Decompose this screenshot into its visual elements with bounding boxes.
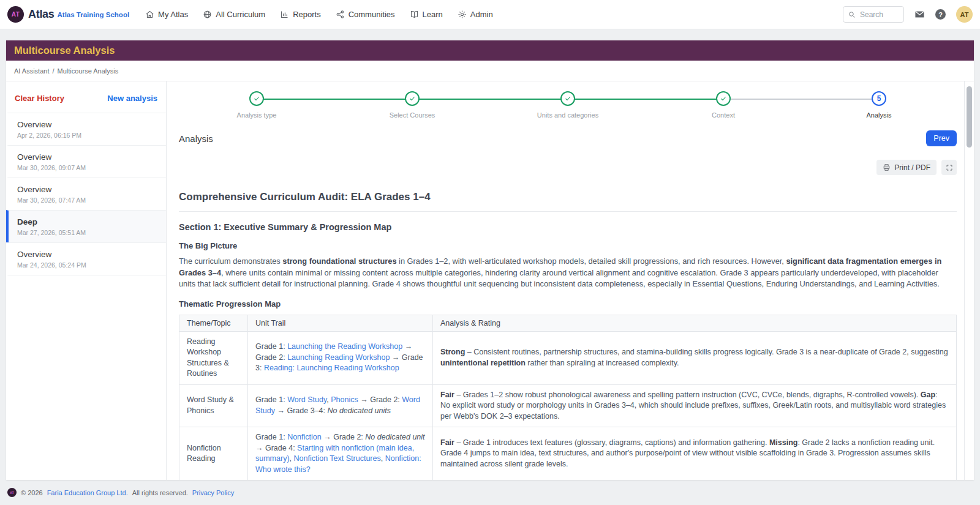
gear-icon bbox=[458, 10, 467, 19]
check-icon bbox=[249, 91, 264, 106]
clear-history-button[interactable]: Clear History bbox=[15, 94, 64, 103]
history-item-date: Mar 30, 2026, 07:47 AM bbox=[17, 196, 157, 204]
history-item-date: Mar 27, 2026, 05:51 AM bbox=[17, 229, 157, 236]
body-text: in Grades 1–2, with well-articulated wor… bbox=[397, 256, 786, 266]
history-item[interactable]: OverviewMar 30, 2026, 09:07 AM bbox=[6, 145, 166, 178]
nav-item-reports[interactable]: Reports bbox=[280, 10, 321, 19]
nav-item-label: Reports bbox=[293, 10, 321, 19]
copyright-text: © 2026 bbox=[21, 489, 43, 496]
nav-item-my-atlas[interactable]: My Atlas bbox=[145, 10, 188, 19]
nav-item-label: All Curriculum bbox=[216, 10, 265, 19]
breadcrumb-item[interactable]: AI Assistant bbox=[14, 67, 49, 75]
history-item-title: Overview bbox=[17, 249, 157, 260]
brand-name: Atlas bbox=[28, 8, 55, 21]
body-text: → Grade 2: bbox=[358, 395, 402, 404]
history-item[interactable]: OverviewMar 30, 2026, 07:47 AM bbox=[6, 178, 166, 210]
search-input[interactable] bbox=[860, 10, 899, 19]
history-item-date: Mar 30, 2026, 09:07 AM bbox=[17, 164, 157, 171]
prev-button[interactable]: Prev bbox=[926, 130, 957, 146]
nav-item-label: Communities bbox=[349, 10, 395, 19]
check-icon bbox=[405, 91, 420, 106]
unit-link[interactable]: Launching Reading Workshop bbox=[287, 353, 390, 362]
mail-icon[interactable] bbox=[914, 9, 925, 20]
unit-link[interactable]: Nonfiction Text Structures bbox=[294, 454, 381, 463]
unit-link[interactable]: Phonics bbox=[331, 395, 358, 404]
emphasis-text: Gap bbox=[921, 391, 935, 399]
scrollbar[interactable] bbox=[965, 81, 974, 480]
step-label: Analysis type bbox=[237, 111, 277, 119]
analysis-cell: Strong – Consistent routines, partnershi… bbox=[433, 331, 957, 384]
body-text: Grade 1: bbox=[255, 395, 287, 404]
unit-link[interactable]: Nonfiction bbox=[287, 433, 322, 441]
print-pdf-button[interactable]: Print / PDF bbox=[876, 160, 937, 175]
privacy-policy-link[interactable]: Privacy Policy bbox=[192, 489, 234, 496]
avatar[interactable]: AT bbox=[956, 6, 973, 23]
step-label: Units and categories bbox=[537, 111, 598, 119]
stepper-steps: Analysis typeSelect CoursesUnits and cat… bbox=[179, 91, 957, 119]
scrollbar-thumb[interactable] bbox=[967, 86, 972, 148]
unit-link[interactable]: Reading: Launching Reading Workshop bbox=[264, 364, 399, 372]
expand-icon bbox=[946, 164, 953, 171]
brand[interactable]: AT Atlas Atlas Training School bbox=[7, 6, 129, 23]
body-text: , bbox=[381, 454, 385, 463]
unit-link[interactable]: Word Study bbox=[287, 395, 326, 404]
emphasis-text: Fair bbox=[440, 438, 454, 447]
step-select-courses[interactable]: Select Courses bbox=[334, 91, 490, 119]
table-row: Nonfiction ReadingGrade 1: Nonfiction → … bbox=[179, 427, 957, 481]
wizard-stepper: Analysis typeSelect CoursesUnits and cat… bbox=[179, 81, 957, 128]
print-pdf-label: Print / PDF bbox=[894, 163, 930, 172]
step-label: Analysis bbox=[867, 111, 892, 119]
history-item-date: Mar 24, 2026, 05:24 PM bbox=[17, 261, 157, 269]
breadcrumb: AI Assistant/Multicourse Analysis bbox=[6, 61, 974, 81]
page-footer: AT © 2026 Faria Education Group Ltd. All… bbox=[0, 480, 980, 505]
fullscreen-button[interactable] bbox=[941, 160, 957, 175]
step-units-and-categories[interactable]: Units and categories bbox=[490, 91, 646, 119]
nav-right: ? AT bbox=[843, 6, 973, 23]
help-icon[interactable]: ? bbox=[935, 9, 946, 20]
check-icon bbox=[716, 91, 731, 106]
table-header: Theme/Topic bbox=[179, 315, 248, 331]
globe-icon bbox=[203, 10, 212, 19]
emphasis-text: unintentional repetition bbox=[440, 359, 526, 367]
nav-item-learn[interactable]: Learn bbox=[410, 10, 443, 19]
step-number: 5 bbox=[872, 91, 886, 106]
body-text: The curriculum demonstrates bbox=[179, 256, 282, 266]
main-menu: My AtlasAll CurriculumReportsCommunities… bbox=[145, 10, 843, 19]
big-picture-paragraph: The curriculum demonstrates strong found… bbox=[179, 256, 957, 290]
page-banner: Multicourse Analysis bbox=[6, 40, 974, 61]
new-analysis-button[interactable]: New analysis bbox=[107, 94, 157, 103]
step-context[interactable]: Context bbox=[646, 91, 801, 119]
step-analysis-type[interactable]: Analysis type bbox=[179, 91, 334, 119]
emphasis-text: strong foundational structures bbox=[282, 256, 396, 266]
table-header: Analysis & Rating bbox=[433, 315, 957, 331]
nav-item-all-curriculum[interactable]: All Curriculum bbox=[203, 10, 265, 19]
analysis-cell: Fair – Grades 1–2 show robust phonologic… bbox=[433, 384, 957, 427]
nav-item-admin[interactable]: Admin bbox=[458, 10, 493, 19]
history-item[interactable]: OverviewMar 24, 2026, 05:24 PM bbox=[6, 242, 166, 275]
section-heading: Section 1: Executive Summary & Progressi… bbox=[179, 222, 957, 232]
content-card: AI Assistant/Multicourse Analysis Clear … bbox=[6, 61, 974, 480]
history-list: OverviewApr 2, 2026, 06:16 PMOverviewMar… bbox=[6, 113, 166, 275]
search-box[interactable] bbox=[843, 6, 904, 23]
school-name: Atlas Training School bbox=[58, 11, 130, 18]
atlas-logo-icon: AT bbox=[7, 6, 24, 23]
analysis-panel: Analysis typeSelect CoursesUnits and cat… bbox=[167, 81, 965, 480]
top-nav: AT Atlas Atlas Training School My AtlasA… bbox=[0, 0, 980, 29]
company-link[interactable]: Faria Education Group Ltd. bbox=[47, 489, 128, 496]
panel-title: Analysis bbox=[179, 133, 213, 144]
step-analysis[interactable]: 5Analysis bbox=[801, 91, 957, 119]
unit-link[interactable]: Launching the Reading Workshop bbox=[287, 342, 402, 351]
body-text: → Grade 4: bbox=[255, 444, 297, 452]
history-sidebar: Clear History New analysis OverviewApr 2… bbox=[6, 81, 167, 480]
content-row: Clear History New analysis OverviewApr 2… bbox=[6, 81, 974, 480]
body-text: , where units contain minimal or missing… bbox=[179, 268, 940, 289]
history-item-title: Deep bbox=[17, 216, 157, 228]
history-item[interactable]: DeepMar 27, 2026, 05:51 AM bbox=[6, 210, 166, 242]
printer-icon bbox=[883, 163, 891, 171]
history-item[interactable]: OverviewApr 2, 2026, 06:16 PM bbox=[6, 113, 166, 145]
progression-table: Theme/TopicUnit TrailAnalysis & RatingRe… bbox=[179, 315, 957, 481]
nodes-icon bbox=[336, 10, 345, 19]
book-icon bbox=[410, 10, 419, 19]
nav-item-communities[interactable]: Communities bbox=[336, 10, 395, 19]
analysis-cell: Fair – Grade 1 introduces text features … bbox=[433, 427, 957, 481]
